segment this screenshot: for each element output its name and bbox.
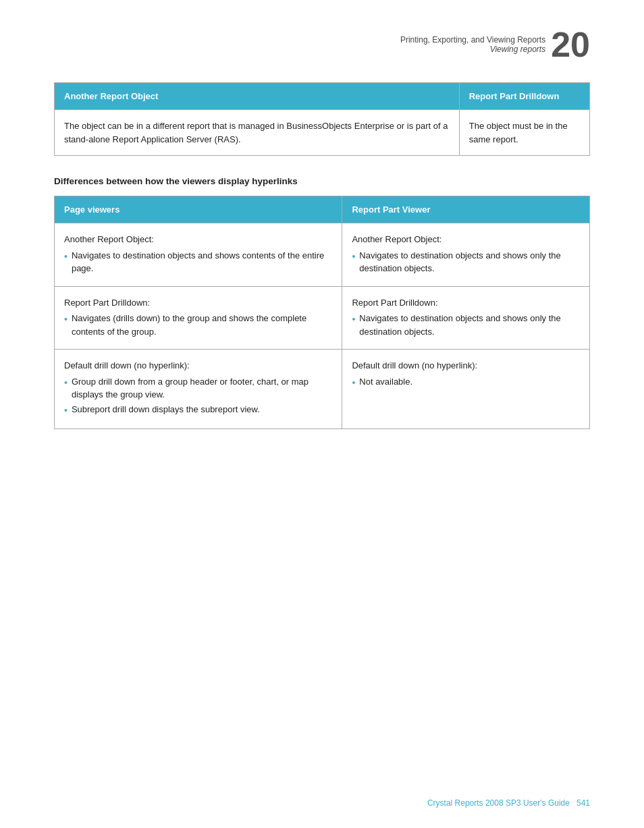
header-titles: Printing, Exporting, and Viewing Reports… [400,35,545,54]
row3-col1-list: Group drill down from a group header or … [64,375,332,418]
list-item: Group drill down from a group header or … [64,375,332,402]
table-row: Another Report Object: Navigates to dest… [55,223,590,287]
table1-row1-col2: The object must be in the same report. [459,110,589,156]
row3-col2-title: Default drill down (no hyperlink): [352,360,477,370]
row1-col2-list: Navigates to destination objects and sho… [352,249,580,275]
row3-col1-title: Default drill down (no hyperlink): [64,360,190,370]
list-item: Navigates to destination objects and sho… [64,249,332,275]
table-row: Report Part Drilldown: Navigates (drills… [55,286,590,350]
section-heading: Differences between how the viewers disp… [54,176,590,186]
footer-text: Crystal Reports 2008 SP3 User's Guide 54… [427,798,590,808]
row3-col2-list: Not available. [352,375,580,390]
row2-col1-list: Navigates (drills down) to the group and… [64,312,332,338]
table-another-report: Another Report Object Report Part Drilld… [54,82,590,156]
table2-row1-col1: Another Report Object: Navigates to dest… [55,223,342,287]
page-header: Printing, Exporting, and Viewing Reports… [54,27,590,62]
list-item: Navigates to destination objects and sho… [352,249,580,275]
table2-col1-header: Page viewers [55,196,342,223]
list-item: Navigates (drills down) to the group and… [64,312,332,338]
row1-col1-title: Another Report Object: [64,234,154,244]
table-row: The object can be in a different report … [55,110,590,156]
header-line1: Printing, Exporting, and Viewing Reports [400,35,545,45]
table1-col1-header: Another Report Object [55,83,460,110]
row1-col2-title: Another Report Object: [352,234,441,244]
list-item: Not available. [352,375,580,390]
table-viewers: Page viewers Report Part Viewer Another … [54,196,590,429]
table2-row3-col2: Default drill down (no hyperlink): Not a… [342,350,590,429]
table2-row3-col1: Default drill down (no hyperlink): Group… [55,350,342,429]
header-line2: Viewing reports [490,45,546,54]
row1-col1-list: Navigates to destination objects and sho… [64,249,332,275]
table2-col2-header: Report Part Viewer [342,196,590,223]
page-footer: Crystal Reports 2008 SP3 User's Guide 54… [0,798,644,808]
table2-row2-col2: Report Part Drilldown: Navigates to dest… [342,286,590,350]
list-item: Subreport drill down displays the subrep… [64,403,332,418]
table1-col2-header: Report Part Drilldown [459,83,589,110]
table2-row1-col2: Another Report Object: Navigates to dest… [342,223,590,287]
table-row: Default drill down (no hyperlink): Group… [55,350,590,429]
row2-col1-title: Report Part Drilldown: [64,298,150,308]
table1-row1-col1: The object can be in a different report … [55,110,460,156]
list-item: Navigates to destination objects and sho… [352,312,580,338]
table2-row2-col1: Report Part Drilldown: Navigates (drills… [55,286,342,350]
chapter-number: 20 [551,27,590,62]
row2-col2-list: Navigates to destination objects and sho… [352,312,580,338]
row2-col2-title: Report Part Drilldown: [352,298,437,308]
